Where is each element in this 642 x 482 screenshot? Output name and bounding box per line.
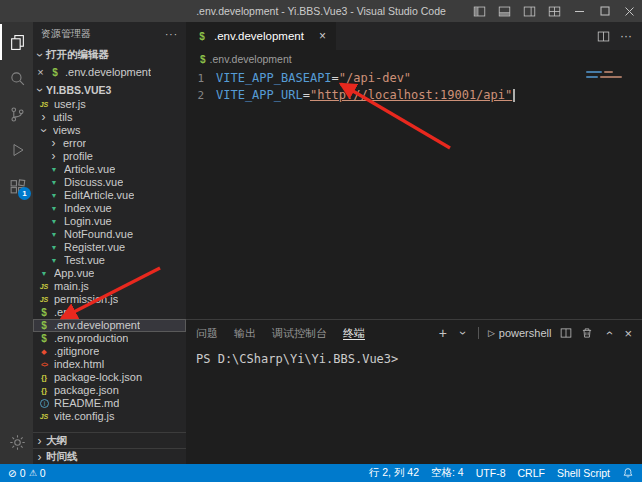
close-panel-icon[interactable]: × bbox=[624, 326, 632, 341]
env-file-icon: $ bbox=[37, 319, 51, 332]
split-editor-icon[interactable] bbox=[597, 30, 610, 43]
tree-item-Index.vue[interactable]: ▼Index.vue bbox=[33, 202, 186, 215]
file-name: NotFound.vue bbox=[64, 228, 133, 241]
close-tab-icon[interactable]: × bbox=[315, 29, 330, 43]
code-token: VITE_APP_BASEAPI bbox=[216, 71, 332, 85]
new-terminal-icon[interactable]: + bbox=[439, 325, 447, 341]
maximize-button[interactable] bbox=[592, 0, 617, 22]
code-line-2[interactable]: 2VITE_APP_URL="http://localhost:19001/ap… bbox=[186, 87, 642, 104]
maximize-panel-icon[interactable]: › bbox=[602, 327, 616, 340]
tree-item-views[interactable]: ›views bbox=[33, 124, 186, 137]
open-editor-item[interactable]: × $ .env.development bbox=[33, 63, 186, 81]
activity-source-control-button[interactable] bbox=[0, 96, 33, 132]
open-editors-header[interactable]: › 打开的编辑器 bbox=[33, 46, 186, 63]
error-icon: ⊘ bbox=[8, 467, 17, 479]
vue-file-icon: ▼ bbox=[47, 202, 61, 215]
terminal-content[interactable]: PS D:\CSharp\Yi\Yi.BBS.Vue3> bbox=[186, 346, 642, 464]
problems-status[interactable]: ⊘ 0 ⚠ 0 bbox=[8, 467, 46, 479]
editor-actions: ··· bbox=[597, 22, 642, 50]
tree-item-profile[interactable]: ›profile bbox=[33, 150, 186, 163]
code-line-1[interactable]: 1VITE_APP_BASEAPI="/api-dev" bbox=[186, 70, 642, 87]
tree-item-App.vue[interactable]: ▼App.vue bbox=[33, 267, 186, 280]
sidebar-title-row: 资源管理器 ··· bbox=[33, 22, 186, 46]
line-content: VITE_APP_URL="http://localhost:19001/api… bbox=[216, 87, 515, 104]
tree-item-Register.vue[interactable]: ▼Register.vue bbox=[33, 241, 186, 254]
panel-tab-终端[interactable]: 终端 bbox=[343, 327, 365, 340]
tree-item-.env.development[interactable]: $.env.development bbox=[33, 319, 186, 332]
terminal-instance-item[interactable]: ▷ powershell bbox=[488, 327, 552, 339]
file-name: permission.js bbox=[54, 293, 118, 306]
tree-item-main.js[interactable]: JSmain.js bbox=[33, 280, 186, 293]
panel-tab-问题[interactable]: 问题 bbox=[196, 327, 218, 339]
sidebar-more-actions-icon[interactable]: ··· bbox=[165, 29, 178, 40]
tree-item-package-lock.json[interactable]: {}package-lock.json bbox=[33, 371, 186, 384]
minimap[interactable] bbox=[586, 71, 636, 81]
notifications-bell-icon[interactable] bbox=[622, 467, 634, 479]
tree-item-index.html[interactable]: <>index.html bbox=[33, 358, 186, 371]
activity-search-button[interactable] bbox=[0, 60, 33, 96]
encoding-status[interactable]: UTF-8 bbox=[476, 467, 506, 479]
tree-item-permission.js[interactable]: JSpermission.js bbox=[33, 293, 186, 306]
tree-item-README.md[interactable]: iREADME.md bbox=[33, 397, 186, 410]
line-number: 2 bbox=[186, 87, 216, 104]
tree-item-utils[interactable]: ›utils bbox=[33, 111, 186, 124]
outline-label: 大纲 bbox=[46, 434, 67, 448]
terminal-prompt: PS D:\CSharp\Yi\Yi.BBS.Vue3> bbox=[196, 352, 398, 366]
terminal-shell-icon: ▷ bbox=[488, 328, 495, 338]
activity-explorer-button[interactable] bbox=[0, 24, 33, 60]
tab-env-development[interactable]: $ .env.development × bbox=[186, 22, 336, 50]
editor-code-area[interactable]: 1VITE_APP_BASEAPI="/api-dev"2VITE_APP_UR… bbox=[186, 68, 642, 319]
minimap-line bbox=[586, 71, 636, 73]
vue-file-icon: ▼ bbox=[47, 254, 61, 267]
tree-item-.env.production[interactable]: $.env.production bbox=[33, 332, 186, 345]
panel-tab-调试控制台[interactable]: 调试控制台 bbox=[272, 327, 327, 339]
timeline-section-header[interactable]: › 时间线 bbox=[33, 448, 186, 464]
breadcrumb[interactable]: $ .env.development bbox=[186, 50, 642, 68]
tree-item-EditArticle.vue[interactable]: ▼EditArticle.vue bbox=[33, 189, 186, 202]
tree-item-user.js[interactable]: JSuser.js bbox=[33, 98, 186, 111]
tree-item-Article.vue[interactable]: ▼Article.vue bbox=[33, 163, 186, 176]
activity-extensions-button[interactable]: 1 bbox=[0, 168, 33, 204]
tree-item-.env[interactable]: $.env bbox=[33, 306, 186, 319]
panel-tab-输出[interactable]: 输出 bbox=[234, 327, 256, 339]
language-mode-status[interactable]: Shell Script bbox=[557, 467, 610, 479]
minimize-button[interactable] bbox=[567, 0, 592, 22]
tree-item-package.json[interactable]: {}package.json bbox=[33, 384, 186, 397]
tree-item-Discuss.vue[interactable]: ▼Discuss.vue bbox=[33, 176, 186, 189]
terminal-dropdown-icon[interactable]: › bbox=[455, 327, 469, 340]
settings-gear-icon[interactable] bbox=[0, 424, 33, 460]
panel-actions: + › ▷ powershell › bbox=[439, 325, 632, 341]
project-root-header[interactable]: › YI.BBS.VUE3 bbox=[33, 81, 186, 98]
tree-item-.gitignore[interactable]: ◆.gitignore bbox=[33, 345, 186, 358]
line-number: 1 bbox=[186, 70, 216, 87]
panel-header: 问题输出调试控制台终端 + › ▷ powershell bbox=[186, 320, 642, 346]
toggle-secondary-sidebar-icon[interactable] bbox=[517, 0, 542, 22]
eol-status[interactable]: CRLF bbox=[517, 467, 544, 479]
outline-section-header[interactable]: › 大纲 bbox=[33, 432, 186, 448]
indentation-status[interactable]: 空格: 4 bbox=[431, 466, 464, 480]
js-file-icon: JS bbox=[37, 280, 51, 293]
file-name: index.html bbox=[54, 358, 104, 371]
vue-file-icon: ▼ bbox=[47, 241, 61, 254]
customize-layout-icon[interactable] bbox=[542, 0, 567, 22]
more-actions-icon[interactable]: ··· bbox=[620, 29, 632, 43]
cursor-position-status[interactable]: 行 2, 列 42 bbox=[369, 466, 419, 480]
kill-terminal-icon[interactable] bbox=[581, 327, 593, 339]
tree-item-Login.vue[interactable]: ▼Login.vue bbox=[33, 215, 186, 228]
toggle-sidebar-icon[interactable] bbox=[467, 0, 492, 22]
file-name: .env bbox=[54, 306, 75, 319]
toggle-panel-icon[interactable] bbox=[492, 0, 517, 22]
tree-item-vite.config.js[interactable]: JSvite.config.js bbox=[33, 410, 186, 423]
close-editor-icon[interactable]: × bbox=[33, 66, 48, 78]
activity-run-debug-button[interactable] bbox=[0, 132, 33, 168]
editor-group: $ .env.development × ··· $ .env.developm… bbox=[186, 22, 642, 464]
code-lines: 1VITE_APP_BASEAPI="/api-dev"2VITE_APP_UR… bbox=[186, 70, 642, 104]
file-name: Login.vue bbox=[64, 215, 112, 228]
close-window-button[interactable] bbox=[617, 0, 642, 22]
extensions-badge: 1 bbox=[18, 187, 31, 200]
tree-item-error[interactable]: ›error bbox=[33, 137, 186, 150]
split-terminal-icon[interactable] bbox=[560, 327, 572, 339]
file-name: vite.config.js bbox=[54, 410, 115, 423]
tree-item-Test.vue[interactable]: ▼Test.vue bbox=[33, 254, 186, 267]
tree-item-NotFound.vue[interactable]: ▼NotFound.vue bbox=[33, 228, 186, 241]
